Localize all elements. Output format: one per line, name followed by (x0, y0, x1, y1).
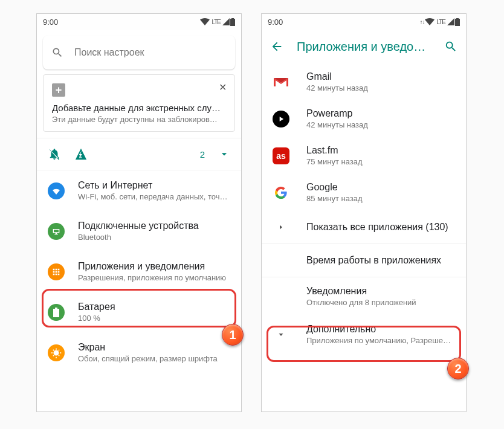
devices-icon (48, 223, 65, 240)
app-row-gmail[interactable]: Gmail 42 минуты назад (262, 63, 466, 100)
app-row-lastfm[interactable]: as Last.fm 75 минут назад (262, 137, 466, 174)
row-title: Батарея (78, 302, 230, 312)
search-icon[interactable] (444, 40, 457, 53)
status-clock: 9:00 (268, 18, 419, 27)
callout-badge-2: 2 (447, 358, 469, 379)
search-input[interactable] (74, 47, 227, 58)
app-subtitle: 42 минуты назад (306, 120, 455, 129)
conditions-count: 2 (200, 149, 205, 160)
notifications-title: Уведомления (306, 286, 455, 297)
row-title: Экран (78, 342, 230, 353)
row-connected-devices[interactable]: Подключенные устройства Bluetooth (37, 211, 241, 251)
app-title: Gmail (306, 71, 455, 82)
callout-badge-1: 1 (222, 324, 244, 346)
battery-icon (230, 18, 235, 26)
data-icon: ↑↓ (419, 19, 424, 25)
row-title: Подключенные устройства (78, 221, 230, 231)
close-icon[interactable]: ✕ (216, 81, 228, 93)
wifi-icon (200, 18, 210, 25)
search-settings[interactable] (43, 36, 235, 69)
gmail-icon (273, 74, 289, 91)
conditions-row[interactable]: 2 (37, 138, 241, 170)
lte-label: LTE (212, 19, 221, 25)
phone-settings-home: 9:00 LTE ✕ + Добавьте данные для экстрен… (36, 13, 242, 412)
notifications-subtitle: Отключено для 8 приложений (306, 298, 455, 307)
status-icons: ↑↓ LTE (419, 18, 460, 26)
app-title: Google (306, 182, 455, 193)
chevron-down-icon (273, 331, 289, 338)
row-battery[interactable]: Батарея 100 % (37, 292, 241, 332)
google-icon (273, 184, 289, 201)
row-subtitle: Bluetooth (78, 233, 230, 242)
lastfm-icon: as (273, 147, 289, 164)
plus-icon: + (52, 83, 65, 97)
chevron-down-icon (218, 148, 230, 160)
dnd-off-icon (48, 147, 61, 161)
phone-apps-notifications: 9:00 ↑↓ LTE Приложения и уведом… Gmail 4… (261, 13, 467, 412)
app-row-google[interactable]: Google 85 минут назад (262, 174, 466, 211)
signal-icon (447, 18, 454, 25)
wifi-icon (425, 18, 435, 25)
row-title: Приложения и уведомления (78, 261, 230, 272)
app-title: Poweramp (306, 108, 455, 119)
status-bar: 9:00 ↑↓ LTE (262, 14, 466, 30)
battery-icon (455, 18, 460, 26)
apps-icon (48, 263, 65, 280)
screen-time-label: Время работы в приложениях (306, 255, 455, 266)
back-icon[interactable] (270, 40, 283, 53)
emergency-subtitle: Эти данные будут доступны на заблокиров… (52, 115, 226, 124)
row-title: Сеть и Интернет (78, 180, 230, 191)
appbar-title: Приложения и уведом… (297, 40, 431, 54)
emergency-title: Добавьте данные для экстренных слу… (52, 103, 226, 113)
app-bar: Приложения и уведом… (262, 30, 466, 63)
status-icons: LTE (200, 18, 235, 26)
signal-icon (222, 18, 230, 25)
search-icon (51, 47, 63, 59)
poweramp-icon (273, 111, 289, 127)
emergency-info-card[interactable]: ✕ + Добавьте данные для экстренных слу… … (43, 74, 235, 132)
chevron-right-icon (273, 224, 289, 231)
notifications-row[interactable]: Уведомления Отключено для 8 приложений (262, 277, 466, 315)
brightness-icon (48, 344, 65, 361)
app-subtitle: 42 минуты назад (306, 83, 455, 92)
app-title: Last.fm (306, 145, 455, 156)
wifi-icon (48, 182, 65, 199)
row-display[interactable]: Экран Обои, спящий режим, размер шрифта (37, 332, 241, 367)
status-clock: 9:00 (43, 18, 200, 27)
battery-icon (48, 304, 65, 321)
advanced-subtitle: Приложения по умолчанию, Разрешени… (306, 336, 455, 345)
app-subtitle: 75 минут назад (306, 157, 455, 166)
advanced-title: Дополнительно (306, 324, 455, 335)
data-saver-icon (74, 147, 88, 161)
row-apps-notifications[interactable]: Приложения и уведомления Разрешения, при… (37, 251, 241, 292)
screen-time[interactable]: Время работы в приложениях (262, 244, 466, 277)
status-bar: 9:00 LTE (37, 14, 241, 30)
row-network[interactable]: Сеть и Интернет Wi-Fi, моб. сети, переда… (37, 170, 241, 211)
row-subtitle: 100 % (78, 314, 230, 323)
row-subtitle: Разрешения, приложения по умолчанию (78, 273, 230, 282)
show-all-label: Показать все приложения (130) (306, 222, 455, 233)
lte-label: LTE (436, 19, 445, 25)
row-subtitle: Обои, спящий режим, размер шрифта (78, 354, 230, 363)
app-row-poweramp[interactable]: Poweramp 42 минуты назад (262, 100, 466, 137)
app-subtitle: 85 минут назад (306, 194, 455, 203)
show-all-apps[interactable]: Показать все приложения (130) (262, 211, 466, 244)
row-subtitle: Wi-Fi, моб. сети, передача данных, точк… (78, 192, 230, 201)
advanced-row[interactable]: Дополнительно Приложения по умолчанию, Р… (262, 315, 466, 353)
